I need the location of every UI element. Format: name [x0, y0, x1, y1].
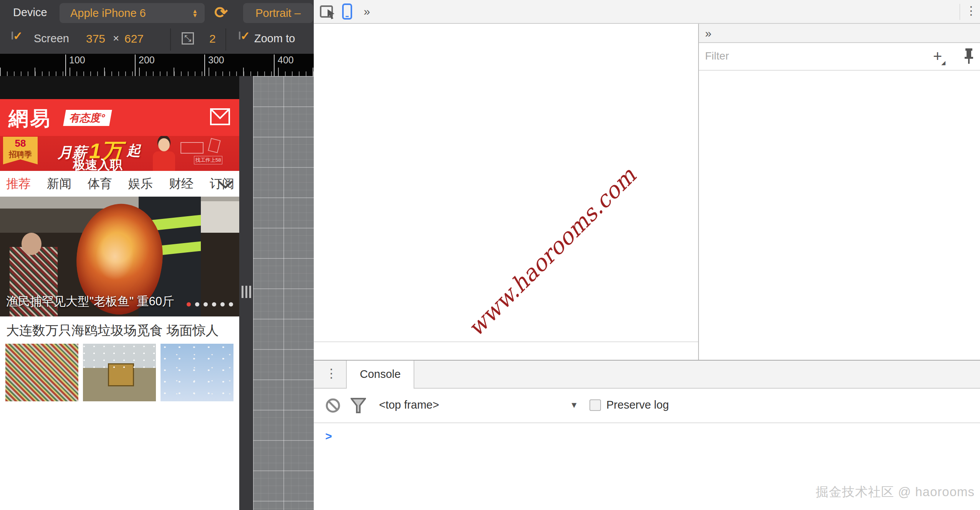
devtools-screenshot: Device Apple iPhone 6 ▲▼ ⟳ Portrait – Sc… — [0, 0, 980, 510]
netease-logo[interactable]: 網易 — [8, 105, 51, 132]
resize-handle-icon[interactable] — [242, 286, 251, 298]
frame-context-select[interactable]: <top frame> — [379, 399, 439, 411]
nav-item-娱乐[interactable]: 娱乐 — [128, 176, 153, 192]
spinner-icon: ▲▼ — [192, 9, 198, 17]
viewport-resize-gutter — [239, 76, 253, 510]
carousel-dot[interactable] — [204, 302, 208, 306]
styles-sidebar: » Filter + — [698, 24, 980, 360]
news-headline[interactable]: 大连数万只海鸥垃圾场觅食 场面惊人 — [6, 322, 219, 339]
nav-item-推荐[interactable]: 推荐 — [6, 176, 31, 192]
devtools-tabbar: » ⋮ — [314, 0, 980, 24]
watermark: www.haorooms.com — [437, 137, 667, 341]
nav-item-财经[interactable]: 财经 — [169, 176, 194, 192]
ribbon-bottom-text: 招聘季 — [3, 149, 38, 160]
zoom-checkbox[interactable] — [239, 31, 240, 40]
banner-text-3: 极速入职 — [73, 157, 122, 171]
preserve-log-label: Preserve log — [606, 399, 669, 411]
drawer-tabbar: ⋮ Console — [314, 361, 980, 389]
clear-console-icon[interactable] — [325, 398, 341, 413]
sidebar-tabs: » — [699, 24, 980, 43]
dom-breadcrumb — [314, 341, 698, 360]
device-select-value: Apple iPhone 6 — [70, 7, 146, 20]
ruler-label: 200 — [135, 55, 155, 76]
banner-lineart — [180, 142, 204, 154]
banner-lineart — [208, 138, 220, 153]
ruler-label: 100 — [65, 55, 85, 76]
carousel-dot[interactable] — [212, 302, 216, 306]
ruler-label: 400 — [274, 55, 294, 76]
elements-tree: www.haorooms.com — [314, 24, 698, 341]
css-rules — [699, 71, 980, 360]
news-thumbnail[interactable] — [5, 344, 78, 401]
console-prompt[interactable]: > — [325, 430, 332, 443]
rotate-icon[interactable]: ⟳ — [214, 3, 228, 22]
netease-header: 網易 有态度° — [0, 99, 239, 136]
device-toolbar: Device Apple iPhone 6 ▲▼ ⟳ Portrait – Sc… — [0, 0, 314, 54]
ruler-label: 300 — [204, 55, 224, 76]
orientation-value: Portrait – — [255, 7, 301, 20]
dpr-value[interactable]: 2 — [209, 32, 216, 45]
nav-item-新闻[interactable]: 新闻 — [47, 176, 71, 192]
ruler-medium-ticks — [0, 68, 314, 76]
styles-filter-row: Filter + — [699, 43, 980, 71]
mail-icon[interactable] — [210, 108, 230, 125]
zoom-label: Zoom to — [254, 32, 295, 45]
netease-slogan-badge: 有态度° — [63, 110, 112, 126]
screen-checkbox[interactable] — [12, 31, 13, 40]
device-grid-background — [253, 76, 314, 510]
toolbar-divider — [170, 28, 171, 51]
hero-building — [196, 201, 239, 232]
device-select[interactable]: Apple iPhone 6 ▲▼ — [60, 3, 205, 23]
device-toggle-icon[interactable] — [342, 3, 352, 20]
pin-icon[interactable] — [964, 48, 974, 64]
hero-fish-highlight — [96, 233, 134, 281]
carousel-dot[interactable] — [187, 302, 191, 306]
screen-width-value[interactable]: 375 — [86, 32, 105, 45]
devtools-menu-icon[interactable]: ⋮ — [965, 4, 977, 17]
devtools-panel: » ⋮ www.haorooms.com » Filter + — [314, 0, 980, 510]
horizontal-ruler: 100200300400 — [0, 54, 314, 76]
divider — [960, 4, 960, 20]
nav-item-体育[interactable]: 体育 — [88, 176, 112, 192]
carousel-dot[interactable] — [195, 302, 199, 306]
ribbon-badge: 58 招聘季 — [3, 137, 38, 164]
chevron-down-icon[interactable] — [217, 180, 234, 189]
hero-child-face — [22, 233, 41, 255]
console-drawer: ⋮ Console <top frame> ▼ Preserve log > 掘… — [314, 360, 980, 510]
orientation-select[interactable]: Portrait – — [243, 3, 313, 23]
sidebar-more-button[interactable]: » — [699, 24, 718, 42]
carousel-dots[interactable] — [187, 302, 233, 306]
toolbar-divider — [225, 28, 226, 51]
preserve-log-checkbox[interactable] — [589, 399, 601, 411]
news-thumbnail[interactable] — [161, 344, 233, 401]
credit-watermark: 掘金技术社区 @ haorooms — [816, 484, 975, 501]
birds-speckle — [83, 344, 156, 370]
banner-small-box: 找工作上58 — [194, 156, 222, 164]
filter-input[interactable]: Filter — [705, 50, 729, 62]
console-toolbar: <top frame> ▼ Preserve log — [314, 389, 980, 423]
device-emulation-area: Device Apple iPhone 6 ▲▼ ⟳ Portrait – Sc… — [0, 0, 314, 510]
drawer-menu-icon[interactable]: ⋮ — [325, 366, 338, 381]
filter-icon[interactable] — [351, 398, 366, 414]
more-tabs-button[interactable]: » — [358, 5, 376, 18]
inspect-element-icon[interactable] — [320, 4, 336, 19]
hero-caption: 渔民捕罕见大型"老板鱼" 重60斤 — [6, 293, 174, 310]
dpr-swap-icon[interactable]: ⤡ — [182, 32, 194, 45]
banner-model-photo — [153, 151, 175, 171]
screen-label: Screen — [34, 32, 69, 45]
banner-model-photo — [158, 138, 170, 151]
mobile-viewport: 網易 有态度° 58 招聘季 月薪 1万 起 极速入职 — [0, 76, 239, 510]
ad-banner[interactable]: 58 招聘季 月薪 1万 起 极速入职 找工作上58 — [0, 136, 239, 171]
seagulls — [161, 344, 233, 401]
tab-console[interactable]: Console — [346, 361, 414, 389]
hero-photo[interactable]: 渔民捕罕见大型"老板鱼" 重60斤 — [0, 197, 239, 316]
new-style-rule-icon[interactable]: + — [933, 48, 946, 65]
carousel-dot[interactable] — [220, 302, 225, 306]
ribbon-top-text: 58 — [3, 137, 38, 149]
news-thumbnail[interactable] — [83, 344, 156, 401]
screen-height-value[interactable]: 627 — [124, 32, 144, 45]
carousel-dot[interactable] — [229, 302, 233, 306]
times-label: × — [113, 32, 119, 45]
caret-down-icon[interactable]: ▼ — [570, 400, 578, 410]
device-label: Device — [13, 6, 47, 19]
